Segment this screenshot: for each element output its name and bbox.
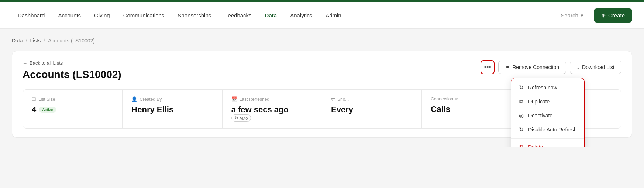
chevron-down-icon: ▾: [581, 12, 583, 19]
remove-connection-label: Remove Connection: [512, 64, 559, 70]
delete-icon: 🗑: [518, 144, 524, 147]
share-icon: ⇄: [331, 96, 335, 102]
nav-item-data[interactable]: Data: [259, 9, 283, 21]
stat-list-size: ☐ List Size 4 Active: [23, 90, 123, 128]
nav-item-admin[interactable]: Admin: [320, 9, 347, 21]
schedule-value: Every: [331, 105, 413, 114]
page-title: Accounts (LS10002): [23, 69, 121, 81]
last-refreshed-value: a few secs ago: [231, 105, 313, 114]
active-badge: Active: [39, 107, 56, 113]
nav-right: Search ▾ ⊕ Create: [555, 8, 632, 23]
duplicate-icon: ⧉: [518, 98, 524, 105]
edit-icon: ✏: [455, 96, 458, 102]
card-header: ← Back to all Lists Accounts (LS10002) •…: [12, 51, 632, 138]
nav-item-communications[interactable]: Communications: [117, 9, 171, 21]
dropdown-item-delete[interactable]: 🗑 Delete: [511, 140, 584, 147]
more-options-button[interactable]: •••: [481, 60, 495, 74]
search-label: Search: [561, 12, 578, 18]
remove-connection-button[interactable]: ⚭ Remove Connection: [498, 61, 566, 74]
nav-item-sponsorships[interactable]: Sponsorships: [172, 9, 217, 21]
stat-connection: Connection ✏ Calls: [422, 90, 521, 128]
download-list-button[interactable]: ↓ Download List: [570, 61, 621, 74]
dropdown-item-refresh[interactable]: ↻ Refresh now: [511, 81, 584, 95]
breadcrumb-data[interactable]: Data: [12, 38, 23, 44]
back-arrow-icon: ←: [23, 60, 27, 66]
header-actions: ••• ↻ Refresh now ⧉ Duplicate ◎ Deactiva…: [481, 60, 621, 74]
back-link[interactable]: ← Back to all Lists: [23, 60, 121, 66]
dropdown-divider: [511, 138, 584, 139]
download-list-label: Download List: [582, 64, 614, 70]
create-label: Create: [608, 12, 625, 18]
ellipsis-icon: •••: [484, 64, 491, 71]
auto-badge: ↻ Auto: [231, 114, 251, 122]
stat-last-refreshed: 📅 Last Refreshed a few secs ago ↻ Auto: [223, 90, 322, 128]
stat-created-by: 👤 Created By Henry Ellis: [123, 90, 222, 128]
page-content: Data / Lists / Accounts (LS10002) ← Back…: [0, 29, 644, 147]
navbar: Dashboard Accounts Giving Communications…: [0, 2, 644, 29]
dropdown-disable-refresh-label: Disable Auto Refresh: [528, 127, 577, 133]
connection-label: Connection ✏: [431, 96, 512, 102]
dropdown-delete-label: Delete: [528, 144, 543, 147]
nav-items: Dashboard Accounts Giving Communications…: [12, 9, 555, 21]
download-icon: ↓: [577, 64, 579, 70]
dropdown-item-deactivate[interactable]: ◎ Deactivate: [511, 109, 584, 123]
list-size-value: 4 Active: [32, 105, 113, 114]
breadcrumb-current: Accounts (LS10002): [48, 38, 95, 44]
create-button[interactable]: ⊕ Create: [594, 8, 632, 23]
deactivate-icon: ◎: [518, 112, 524, 119]
breadcrumb: Data / Lists / Accounts (LS10002): [12, 38, 632, 44]
dropdown-item-duplicate[interactable]: ⧉ Duplicate: [511, 95, 584, 109]
auto-refresh-icon: ↻: [235, 116, 238, 120]
stat-schedule: ⇄ Sho... Every: [322, 90, 422, 128]
last-refreshed-sub: ↻ Auto: [231, 114, 313, 122]
dropdown-menu: ↻ Refresh now ⧉ Duplicate ◎ Deactivate ↻…: [511, 78, 585, 147]
file-icon: ☐: [32, 96, 36, 102]
created-by-value: Henry Ellis: [131, 105, 213, 114]
plus-icon: ⊕: [601, 12, 606, 19]
list-size-label: ☐ List Size: [32, 96, 113, 102]
last-refreshed-label: 📅 Last Refreshed: [231, 96, 313, 102]
dropdown-item-disable-auto-refresh[interactable]: ↻ Disable Auto Refresh: [511, 123, 584, 137]
search-button[interactable]: Search ▾: [555, 9, 589, 22]
refresh-icon: ↻: [518, 84, 524, 91]
person-icon: 👤: [131, 96, 137, 102]
disable-refresh-icon: ↻: [518, 126, 524, 133]
calendar-icon: 📅: [231, 96, 237, 102]
header-left: ← Back to all Lists Accounts (LS10002): [23, 60, 121, 81]
breadcrumb-lists[interactable]: Lists: [30, 38, 41, 44]
nav-item-accounts[interactable]: Accounts: [52, 9, 87, 21]
schedule-label: ⇄ Sho...: [331, 96, 413, 102]
dropdown-deactivate-label: Deactivate: [528, 113, 552, 119]
breadcrumb-sep-2: /: [44, 38, 45, 44]
connection-value: Calls: [431, 105, 512, 114]
unlink-icon: ⚭: [505, 64, 510, 70]
card-header-top: ← Back to all Lists Accounts (LS10002) •…: [23, 60, 621, 81]
back-label: Back to all Lists: [30, 60, 63, 66]
nav-item-dashboard[interactable]: Dashboard: [12, 9, 51, 21]
dropdown-duplicate-label: Duplicate: [528, 99, 550, 105]
nav-item-analytics[interactable]: Analytics: [284, 9, 318, 21]
dropdown-refresh-label: Refresh now: [528, 85, 557, 90]
created-by-label: 👤 Created By: [131, 96, 213, 102]
nav-item-giving[interactable]: Giving: [88, 9, 116, 21]
nav-item-feedbacks[interactable]: Feedbacks: [218, 9, 257, 21]
breadcrumb-sep-1: /: [26, 38, 27, 44]
